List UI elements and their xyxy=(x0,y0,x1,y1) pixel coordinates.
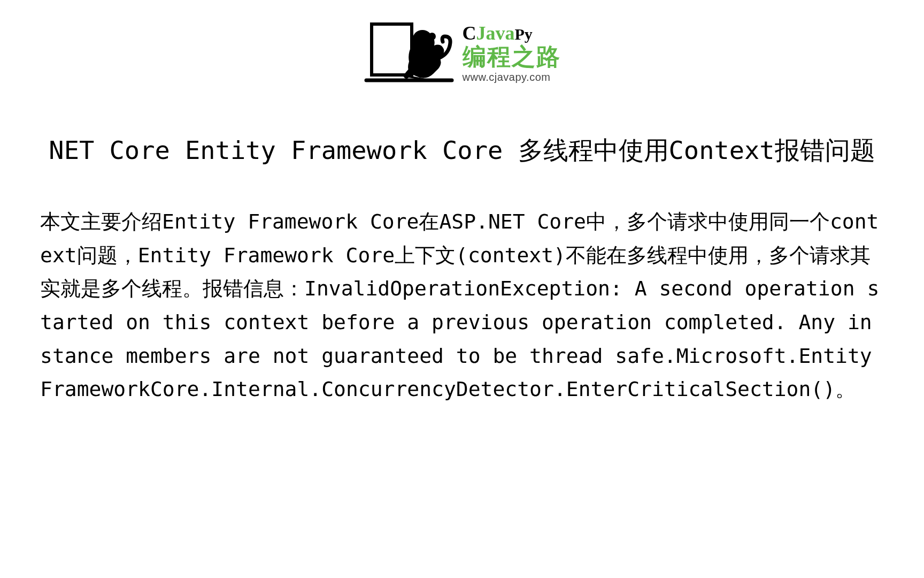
logo-text: CJavaPy 编程之路 www.cjavapy.com xyxy=(463,24,561,83)
logo-tagline: 编程之路 xyxy=(463,44,561,70)
logo-url: www.cjavapy.com xyxy=(463,71,551,83)
article-title: NET Core Entity Framework Core 多线程中使用Con… xyxy=(0,134,924,168)
logo-brand-line: CJavaPy xyxy=(463,24,533,43)
svg-point-1 xyxy=(428,33,436,40)
logo-c-letter: C xyxy=(463,22,476,44)
logo-py-word: Py xyxy=(515,25,533,43)
monkey-computer-icon xyxy=(364,16,455,91)
article-body: 本文主要介绍Entity Framework Core在ASP.NET Core… xyxy=(0,205,924,406)
site-logo: CJavaPy 编程之路 www.cjavapy.com xyxy=(0,0,924,102)
logo-java-word: Java xyxy=(476,22,515,44)
